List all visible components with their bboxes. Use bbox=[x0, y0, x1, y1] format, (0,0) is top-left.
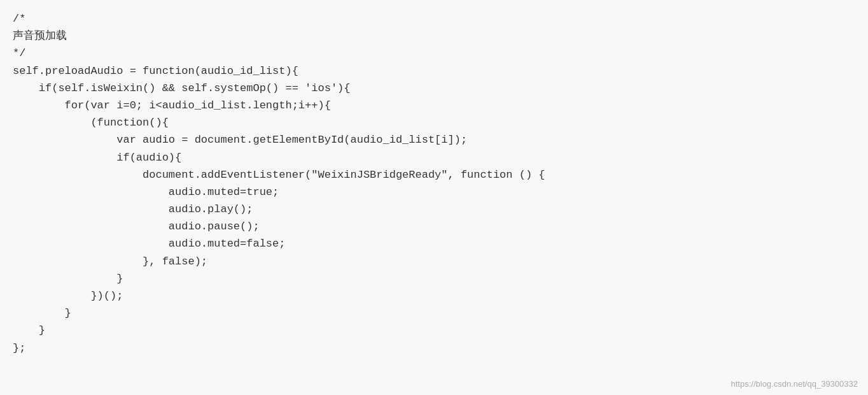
code-container: /* 声音预加载 */ self.preloadAudio = function… bbox=[0, 0, 868, 395]
watermark: https://blog.csdn.net/qq_39300332 bbox=[731, 379, 858, 389]
code-block: /* 声音预加载 */ self.preloadAudio = function… bbox=[13, 10, 855, 357]
